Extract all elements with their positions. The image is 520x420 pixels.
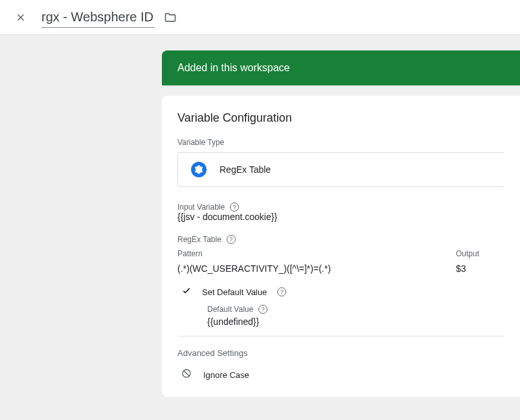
- advanced-settings-label: Advanced Settings: [177, 348, 504, 358]
- block-icon: [181, 368, 192, 381]
- config-card: Variable Configuration Variable Type Reg…: [162, 96, 520, 397]
- help-icon[interactable]: ?: [277, 287, 286, 296]
- regex-table-row: (.*)(WC_USERACTIVITY_)([^\=]*)=(.*) $3: [177, 263, 504, 274]
- set-default-label: Set Default Value: [202, 287, 267, 297]
- input-variable-value: {{jsv - document.cookie}}: [177, 212, 504, 222]
- ignore-case-row[interactable]: Ignore Case: [181, 368, 504, 381]
- close-icon: [15, 12, 27, 23]
- check-icon: [181, 285, 192, 298]
- pattern-header: Pattern: [177, 249, 456, 258]
- default-value: {{undefined}}: [207, 316, 504, 327]
- help-icon[interactable]: ?: [227, 235, 236, 244]
- set-default-value-row[interactable]: Set Default Value ?: [181, 285, 504, 298]
- folder-button[interactable]: [164, 11, 177, 24]
- variable-type-icon-wrap: [191, 162, 207, 177]
- input-variable-label: Input Variable: [177, 203, 225, 212]
- variable-type-selector[interactable]: RegEx Table: [177, 152, 504, 187]
- folder-icon: [164, 11, 177, 24]
- help-icon[interactable]: ?: [258, 305, 267, 314]
- regex-table-header: Pattern Output: [177, 249, 504, 258]
- gear-icon: [194, 165, 203, 174]
- top-bar: [0, 0, 520, 35]
- help-icon[interactable]: ?: [230, 203, 239, 212]
- workspace-banner: Added in this workspace: [162, 50, 520, 85]
- ignore-case-label: Ignore Case: [203, 370, 249, 380]
- variable-type-label: Variable Type: [177, 138, 504, 147]
- variable-type-value: RegEx Table: [220, 164, 271, 175]
- variable-name-input[interactable]: [41, 7, 155, 28]
- close-button[interactable]: [8, 5, 34, 30]
- output-value: $3: [456, 263, 504, 274]
- pattern-value: (.*)(WC_USERACTIVITY_)([^\=]*)=(.*): [177, 263, 456, 274]
- default-value-label: Default Value: [207, 305, 253, 314]
- divider: [177, 336, 504, 337]
- default-value-block: Default Value ? {{undefined}}: [207, 305, 504, 327]
- regex-table-label: RegEx Table: [177, 235, 221, 244]
- content-area: Added in this workspace Variable Configu…: [0, 35, 520, 397]
- banner-text: Added in this workspace: [177, 62, 289, 73]
- card-title: Variable Configuration: [177, 111, 504, 125]
- output-header: Output: [456, 249, 504, 258]
